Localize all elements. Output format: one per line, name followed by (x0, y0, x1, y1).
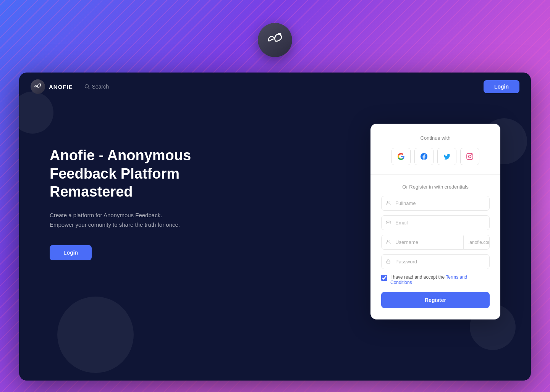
fullname-input[interactable] (381, 196, 490, 211)
nav-logo-icon (34, 82, 42, 91)
username-row: .anofie.com (381, 235, 490, 250)
app-window: ANOFIE Search Login Anofie - Anonymous F… (19, 73, 531, 381)
svg-rect-6 (386, 221, 390, 224)
terms-row: I have read and accept the Terms and Con… (381, 274, 490, 285)
password-input[interactable] (381, 254, 490, 269)
register-button[interactable]: Register (381, 292, 490, 308)
search-button[interactable]: Search (84, 84, 109, 90)
social-buttons-row (381, 148, 490, 165)
content-area: Anofie - Anonymous Feedback Platform Rem… (19, 101, 531, 381)
svg-point-4 (471, 155, 472, 155)
username-input[interactable] (382, 235, 463, 249)
hero-subtitle: Create a platform for Anonymous Feedback… (50, 210, 202, 230)
svg-point-7 (387, 240, 389, 242)
terms-checkbox[interactable] (381, 275, 387, 281)
nav-login-button[interactable]: Login (484, 80, 519, 93)
envelope-icon (386, 220, 391, 225)
terms-text: I have read and accept the Terms and Con… (390, 274, 490, 285)
svg-rect-8 (387, 261, 390, 263)
nav-logo-circle (31, 79, 45, 94)
username-group: .anofie.com (381, 235, 490, 250)
continue-with-label: Continue with (381, 135, 490, 141)
divider (370, 174, 500, 175)
nav-brand-name: ANOFIE (49, 84, 73, 90)
email-icon (386, 220, 391, 226)
username-suffix: .anofie.com (463, 236, 490, 249)
person-icon (386, 200, 391, 205)
facebook-social-button[interactable] (414, 148, 434, 165)
facebook-icon (421, 153, 427, 160)
instagram-icon (466, 153, 473, 160)
register-card: Continue with (370, 124, 500, 319)
password-icon (386, 259, 391, 265)
credentials-label: Or Register in with credentials (381, 184, 490, 190)
top-logo-icon (265, 30, 285, 50)
user-icon (386, 239, 391, 245)
twitter-social-button[interactable] (437, 148, 456, 165)
hero-title: Anofie - Anonymous Feedback Platform Rem… (50, 147, 233, 201)
hero-section: Anofie - Anonymous Feedback Platform Rem… (50, 124, 348, 260)
svg-point-5 (387, 201, 389, 203)
google-social-button[interactable] (391, 148, 411, 165)
top-logo-circle (258, 23, 292, 57)
svg-rect-2 (467, 153, 473, 160)
search-icon (84, 84, 90, 89)
top-logo-wrapper (258, 23, 292, 57)
navbar: ANOFIE Search Login (19, 73, 531, 101)
user-icon-svg (386, 239, 391, 244)
nav-brand: ANOFIE (31, 79, 73, 94)
svg-point-3 (469, 155, 471, 158)
hero-login-button[interactable]: Login (50, 245, 92, 260)
email-input[interactable] (381, 215, 490, 230)
lock-icon (386, 259, 391, 264)
svg-line-1 (88, 88, 89, 89)
google-icon (398, 153, 404, 160)
twitter-icon (443, 153, 450, 160)
password-group (381, 254, 490, 269)
fullname-group (381, 196, 490, 211)
fullname-icon (386, 200, 391, 206)
instagram-social-button[interactable] (460, 148, 479, 165)
email-group (381, 215, 490, 230)
search-label: Search (92, 84, 109, 90)
